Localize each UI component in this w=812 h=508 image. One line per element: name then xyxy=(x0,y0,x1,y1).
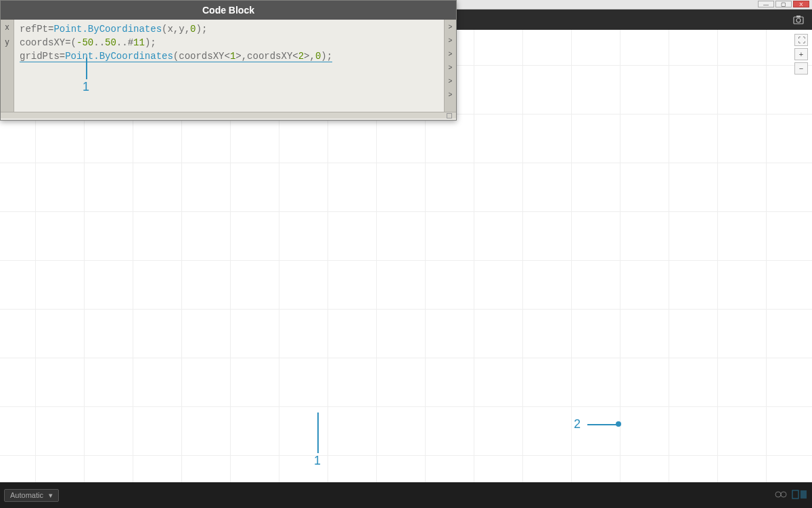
input-port-x[interactable]: x xyxy=(1,20,14,35)
camera-icon[interactable] xyxy=(793,15,804,27)
window-minimize-button[interactable]: — xyxy=(758,1,774,7)
output-port-2[interactable]: > xyxy=(445,33,456,47)
svg-point-124 xyxy=(775,492,781,497)
annotation-line xyxy=(587,424,617,425)
output-port-5[interactable]: > xyxy=(445,74,456,87)
code-text[interactable]: refPt=Point.ByCoordinates(x,y,0); coords… xyxy=(14,20,444,112)
zoom-out-button[interactable]: − xyxy=(794,62,808,75)
annotation-label-1b: 1 xyxy=(314,454,321,468)
run-mode-label: Automatic xyxy=(10,491,43,499)
run-mode-dropdown[interactable]: Automatic ▾ xyxy=(4,489,59,502)
node-title: Code Block xyxy=(1,1,456,20)
svg-rect-126 xyxy=(792,490,798,499)
zoom-controls: ⛶ + − xyxy=(794,34,808,75)
input-port-y[interactable]: y xyxy=(1,35,14,49)
annotation-label-1: 1 xyxy=(83,80,89,94)
zoom-in-button[interactable]: + xyxy=(794,48,808,60)
link-icon[interactable] xyxy=(774,490,788,501)
output-port-1[interactable]: > xyxy=(445,20,456,33)
annotation-line xyxy=(317,412,319,453)
window-close-button[interactable]: X xyxy=(793,1,809,7)
svg-rect-1 xyxy=(796,16,800,18)
output-port-4[interactable]: > xyxy=(445,60,456,74)
preview-toggle-icon[interactable] xyxy=(447,113,452,119)
code-block-node-large[interactable]: Code Block x y refPt=Point.ByCoordinates… xyxy=(0,0,457,121)
annotation-dot-icon xyxy=(616,421,621,427)
annotation-label-2: 2 xyxy=(574,417,581,431)
status-bar: Automatic ▾ xyxy=(0,482,812,508)
window-maximize-button[interactable]: ▢ xyxy=(775,1,792,7)
zoom-fit-button[interactable]: ⛶ xyxy=(794,34,808,46)
svg-point-2 xyxy=(796,18,800,22)
chevron-down-icon: ▾ xyxy=(49,491,53,500)
viewport-toggle-icon[interactable] xyxy=(792,490,808,501)
output-port-6[interactable]: > xyxy=(445,87,456,101)
svg-point-125 xyxy=(781,492,786,497)
svg-rect-127 xyxy=(800,490,807,499)
output-port-3[interactable]: > xyxy=(445,47,456,60)
annotation-line xyxy=(86,58,87,79)
